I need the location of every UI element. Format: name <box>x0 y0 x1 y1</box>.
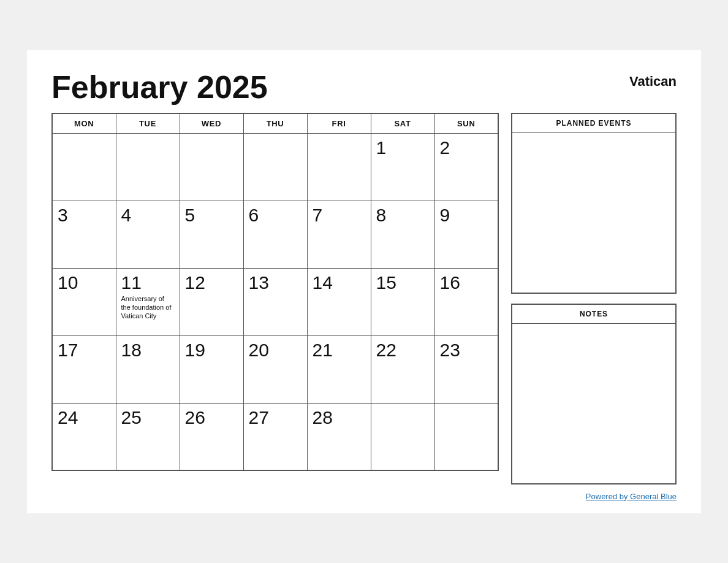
calendar-cell: 13 <box>243 268 307 335</box>
planned-events-body <box>512 133 675 293</box>
planned-events-box: PLANNED EVENTS <box>511 113 677 294</box>
calendar-cell: 26 <box>180 403 243 470</box>
col-mon: MON <box>52 113 116 134</box>
notes-body <box>512 324 675 483</box>
month-title: February 2025 <box>51 69 268 105</box>
calendar-cell: 19 <box>180 335 243 403</box>
day-number: 10 <box>58 272 78 293</box>
col-thu: THU <box>243 113 307 134</box>
day-number: 27 <box>249 407 269 427</box>
calendar-cell: 24 <box>52 403 116 470</box>
calendar-cell <box>307 133 371 201</box>
calendar-week-row: 1011Anniversary of the foundation of Vat… <box>52 268 498 335</box>
main-content: MON TUE WED THU FRI SAT SUN 123456789101… <box>51 113 677 484</box>
planned-events-header: PLANNED EVENTS <box>512 114 675 133</box>
calendar-cell: 14 <box>307 268 371 335</box>
day-number: 1 <box>376 137 387 158</box>
col-wed: WED <box>180 113 243 134</box>
day-number: 12 <box>185 272 205 293</box>
calendar-cell: 27 <box>243 403 307 470</box>
calendar-cell: 7 <box>307 201 371 268</box>
day-number: 9 <box>440 205 450 225</box>
calendar-cell: 25 <box>116 403 180 470</box>
powered-by: Powered by General Blue <box>51 492 677 501</box>
day-number: 28 <box>313 407 333 427</box>
powered-by-link[interactable]: Powered by General Blue <box>586 492 677 501</box>
calendar-cell: 2 <box>434 133 498 201</box>
header: February 2025 Vatican <box>51 69 677 105</box>
calendar-cell: 23 <box>434 335 498 403</box>
calendar-table: MON TUE WED THU FRI SAT SUN 123456789101… <box>51 113 499 472</box>
day-number: 18 <box>121 340 142 360</box>
calendar-cell <box>52 133 116 201</box>
day-number: 3 <box>58 205 68 225</box>
day-number: 20 <box>249 340 269 360</box>
page: February 2025 Vatican MON TUE WED THU FR… <box>27 50 701 513</box>
col-fri: FRI <box>307 113 371 134</box>
calendar-cell <box>243 133 307 201</box>
holiday-text: Anniversary of the foundation of Vatican… <box>121 294 175 321</box>
right-section: PLANNED EVENTS NOTES <box>511 113 677 484</box>
notes-box: NOTES <box>511 304 677 484</box>
day-number: 16 <box>440 272 460 293</box>
day-number: 7 <box>313 205 323 225</box>
col-tue: TUE <box>116 113 180 134</box>
calendar-cell: 15 <box>371 268 434 335</box>
day-number: 2 <box>440 137 450 158</box>
calendar-section: MON TUE WED THU FRI SAT SUN 123456789101… <box>51 113 499 472</box>
day-number: 15 <box>376 272 396 293</box>
calendar-cell: 8 <box>371 201 434 268</box>
day-number: 25 <box>121 407 142 427</box>
calendar-week-row: 12 <box>52 133 498 201</box>
calendar-week-row: 2425262728 <box>52 403 498 470</box>
day-number: 6 <box>249 205 259 225</box>
day-number: 8 <box>376 205 387 225</box>
calendar-cell: 22 <box>371 335 434 403</box>
country-title: Vatican <box>629 74 677 90</box>
day-number: 19 <box>185 340 205 360</box>
day-number: 26 <box>185 407 205 427</box>
day-number: 23 <box>440 340 460 360</box>
calendar-cell: 5 <box>180 201 243 268</box>
col-sat: SAT <box>371 113 434 134</box>
calendar-cell: 20 <box>243 335 307 403</box>
calendar-cell: 28 <box>307 403 371 470</box>
calendar-cell: 12 <box>180 268 243 335</box>
calendar-cell: 11Anniversary of the foundation of Vatic… <box>116 268 180 335</box>
calendar-week-row: 3456789 <box>52 201 498 268</box>
day-number: 17 <box>58 340 78 360</box>
calendar-cell <box>371 403 434 470</box>
notes-header: NOTES <box>512 305 675 324</box>
day-number: 22 <box>376 340 396 360</box>
day-number: 13 <box>249 272 269 293</box>
calendar-week-row: 17181920212223 <box>52 335 498 403</box>
col-sun: SUN <box>434 113 498 134</box>
calendar-cell <box>116 133 180 201</box>
day-number: 5 <box>185 205 195 225</box>
calendar-header-row: MON TUE WED THU FRI SAT SUN <box>52 113 498 134</box>
day-number: 21 <box>313 340 333 360</box>
calendar-cell: 9 <box>434 201 498 268</box>
calendar-cell: 4 <box>116 201 180 268</box>
calendar-cell: 17 <box>52 335 116 403</box>
calendar-cell <box>434 403 498 470</box>
day-number: 11 <box>121 272 142 293</box>
day-number: 4 <box>121 205 132 225</box>
calendar-cell <box>180 133 243 201</box>
calendar-cell: 1 <box>371 133 434 201</box>
calendar-cell: 21 <box>307 335 371 403</box>
day-number: 24 <box>58 407 78 427</box>
calendar-cell: 10 <box>52 268 116 335</box>
day-number: 14 <box>313 272 333 293</box>
calendar-cell: 18 <box>116 335 180 403</box>
calendar-cell: 3 <box>52 201 116 268</box>
calendar-cell: 16 <box>434 268 498 335</box>
calendar-cell: 6 <box>243 201 307 268</box>
